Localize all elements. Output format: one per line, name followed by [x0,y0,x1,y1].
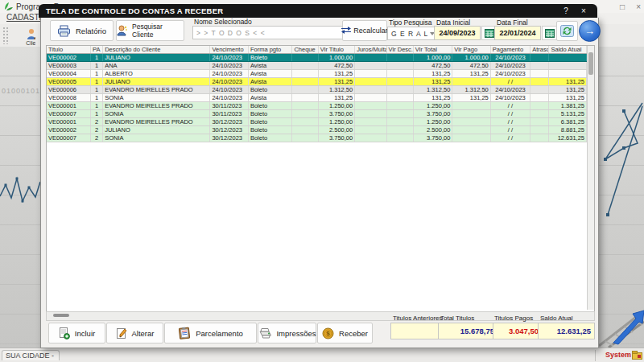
column-header[interactable]: Vlr Desc. [386,46,413,54]
tipo-pesquisa-select[interactable]: G E R A L [387,27,439,40]
recalcular-button[interactable]: Recalcular [342,20,387,41]
table-row[interactable]: VE0000011EVANDRO MEIRELLES PRADO30/11/20… [47,102,587,110]
column-header[interactable]: Pagamento [490,46,530,54]
table-cell: Boleto [248,134,292,142]
table-cell [292,110,318,118]
table-header-row[interactable]: TituloPADescrição do ClienteVencimentoFo… [47,46,587,54]
table-cell [530,78,549,86]
table-cell [355,102,386,110]
titulos-anteriores-label: Titulos Anteriores [393,315,443,322]
table-row[interactable]: VE0000022JULIANO30/12/2023Boleto2.500,00… [47,126,587,134]
vertical-scrollbar[interactable] [587,46,594,310]
data-final-calendar-button[interactable] [542,26,557,40]
table-row[interactable]: VE0000021JULIANO24/10/2023Boleto1.000,00… [47,54,587,62]
table-cell [452,78,490,86]
table-cell: Boleto [248,86,292,94]
table-cell: 24/10/2023 [210,54,248,62]
table-cell [530,54,549,62]
dialog-titlebar[interactable]: TELA DE CONTROLE DO CONTAS A RECEBER ? × [39,4,597,18]
recalcular-label: Recalcular [353,27,388,35]
vertical-scrollbar-thumb[interactable] [588,52,593,75]
pesquisar-cliente-label: Pesquisar Cliente [132,23,184,39]
table-cell: EVANDRO MEIRELLES PRADO [103,102,210,110]
column-header[interactable]: Vlr Titulo [318,46,354,54]
table-row[interactable]: VE0000061EVANDRO MEIRELLES PRADO24/10/20… [47,86,587,94]
table-cell: 30/12/2023 [210,134,248,142]
column-header[interactable]: Forma pgto [248,46,292,54]
dialog-help-button[interactable]: ? [557,6,575,16]
table-cell: 3.750,00 [318,134,354,142]
incluir-label: Incluir [75,329,95,338]
contas-a-receber-dialog: Relatório Pesquisar Cliente Nome Selecio… [40,18,599,348]
column-header[interactable]: Juros/Multa [355,46,386,54]
table-cell [292,70,318,78]
table-cell: SONIA [103,94,210,102]
table-cell: SONIA [103,134,210,142]
coin-icon: $ [322,327,334,339]
table-cell: Boleto [248,126,292,134]
dialog-close-button[interactable]: × [575,6,592,16]
table-cell [292,94,318,102]
table-cell: 24/10/2023 [210,94,248,102]
table-cell: EVANDRO MEIRELLES PRADO [103,86,210,94]
table-row[interactable]: VE0000081SONIA24/10/2023Avista131,25131,… [47,94,587,102]
table-cell: 1 [91,70,103,78]
alterar-button[interactable]: Alterar [106,323,163,343]
table-cell: 2 [91,126,103,134]
table-cell [355,118,386,126]
table-cell [530,70,549,78]
table-cell: 12.631,25 [549,134,587,142]
column-header[interactable]: Vlr Pago [452,46,490,54]
data-final-field[interactable]: 22/01/2024 [494,26,541,40]
column-header[interactable]: Descrição do Cliente [103,46,210,54]
relatorio-button[interactable]: Relatório [50,20,114,41]
bg-restore-button[interactable]: □ [620,2,625,11]
pesquisar-cliente-button[interactable]: Pesquisar Cliente [116,20,184,41]
sync-button[interactable] [556,21,578,41]
table-cell: VE000008 [47,94,91,102]
column-header[interactable]: Atraso [530,46,549,54]
column-header[interactable]: Saldo Atual [549,46,587,54]
incluir-button[interactable]: Incluir [48,323,105,343]
table-row[interactable]: VE0000072SONIA30/12/2023Boleto3.750,003.… [47,134,587,142]
column-header[interactable]: Cheque [292,46,318,54]
table-cell: 131,25 [413,70,452,78]
column-header[interactable]: Vlr Total [413,46,452,54]
column-header[interactable]: PA [91,46,103,54]
table-cell [452,134,490,142]
table-cell: Boleto [248,110,292,118]
table-cell: 1.250,00 [318,118,354,126]
nome-selecionado-field[interactable]: > > T O D O S < < [192,26,347,39]
table-cell [386,126,413,134]
receber-button[interactable]: $ Receber [317,323,373,343]
relatorio-label: Relatório [76,27,106,35]
table-cell [386,70,413,78]
column-header[interactable]: Vencimento [210,46,248,54]
table-cell: VE000007 [47,110,91,118]
saldo-atual-value: 12.631,25 [538,323,595,339]
table-cell [530,110,549,118]
table-row[interactable]: VE0000041ALBERTO24/10/2023Avista131,2513… [47,70,587,78]
table-row[interactable]: VE0000012EVANDRO MEIRELLES PRADO30/12/20… [47,118,587,126]
data-inicial-field[interactable]: 24/09/2023 [434,26,481,40]
horizontal-scrollbar-thumb[interactable] [53,314,69,317]
table-cell: / / [490,118,530,126]
table-cell [355,62,386,70]
table-cell [386,134,413,142]
impressoes-button[interactable]: Impressões [258,323,316,343]
printer-icon [258,327,271,339]
parcelamento-button[interactable]: Parcelamento [164,323,257,343]
table-cell: 2.500,00 [318,126,354,134]
receber-label: Receber [339,329,368,338]
bg-close-button[interactable]: × [636,2,641,11]
statusbar-folder-icon[interactable] [632,351,642,360]
column-header[interactable]: Titulo [47,46,91,54]
app-icon [3,2,14,11]
table-row[interactable]: VE0000071SONIA30/11/2023Boleto3.750,003.… [47,110,587,118]
table-row[interactable]: VE0000051JULIANO24/10/2023Avista131,2513… [47,78,587,86]
table-cell: 1 [91,54,103,62]
go-button[interactable]: → [579,20,601,42]
total-titulos-value: 15.678,75 [438,323,498,339]
table-cell [386,86,413,94]
table-row[interactable]: VE0000031ANA24/10/2023Avista472,50472,50… [47,62,587,70]
